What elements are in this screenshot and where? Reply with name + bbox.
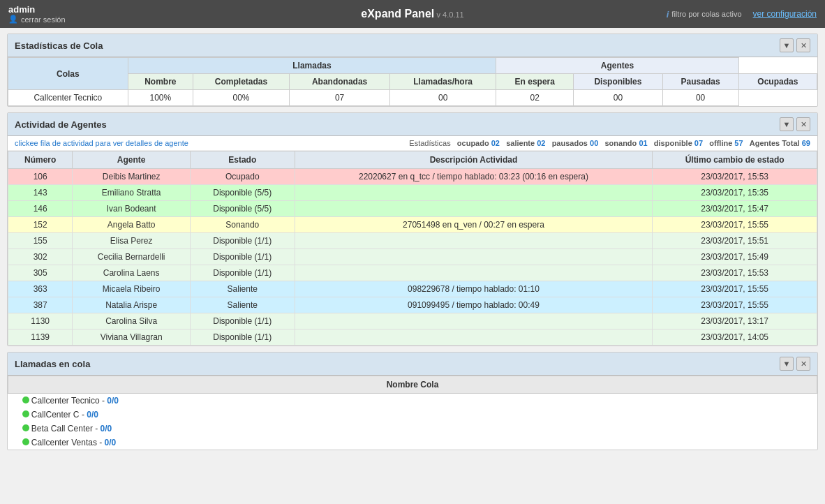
cell-estado: Saliente bbox=[190, 281, 295, 297]
col-descripcion: Descripción Actividad bbox=[295, 151, 653, 169]
col-estado: Estado bbox=[190, 151, 295, 169]
table-row[interactable]: 1130 Carolina Silva Disponible (1/1) 23/… bbox=[8, 313, 817, 329]
list-item[interactable]: CallCenter C - 0/0 bbox=[8, 408, 817, 422]
list-item[interactable]: Beta Call Center - 0/0 bbox=[8, 422, 817, 436]
cell-numero: 363 bbox=[8, 281, 73, 297]
header: admin 👤 cerrar sesión eXpand Panel v 4.0… bbox=[0, 0, 825, 28]
cell-estado: Ocupado bbox=[190, 169, 295, 185]
col-nombre: Nombre bbox=[128, 74, 193, 90]
cell-agente: Ivan Bodeant bbox=[73, 201, 191, 217]
username-label: admin bbox=[8, 4, 66, 15]
estadisticas-cola-header: Estadísticas de Cola ▼ ✕ bbox=[8, 34, 817, 57]
info-icon: i bbox=[667, 9, 669, 20]
actividad-agentes-title: Actividad de Agentes bbox=[15, 119, 107, 130]
estadisticas-cola-icons: ▼ ✕ bbox=[780, 38, 810, 52]
cell-estado: Disponible (5/5) bbox=[190, 201, 295, 217]
queue-name-label: Beta Call Center bbox=[31, 424, 93, 433]
cell-agente: Natalia Arispe bbox=[73, 297, 191, 313]
close-icon-btn[interactable]: ✕ bbox=[796, 38, 810, 52]
col-ocupadas: Ocupadas bbox=[738, 74, 817, 90]
llamadas-cola-icons: ▼ ✕ bbox=[780, 357, 810, 371]
table-row[interactable]: 106 Deibis Martinez Ocupado 22020627 en … bbox=[8, 169, 817, 185]
cell-ultimo-cambio: 23/03/2017, 13:17 bbox=[653, 313, 817, 329]
config-link[interactable]: ver configuración bbox=[753, 9, 817, 19]
cell-descripcion: 22020627 en q_tcc / tiempo hablado: 03:2… bbox=[295, 169, 653, 185]
col-llamadas-hora: Llamadas/hora bbox=[390, 74, 496, 90]
actividad-agentes-header: Actividad de Agentes ▼ ✕ bbox=[8, 113, 817, 136]
llamadas-cola-title: Llamadas en cola bbox=[15, 359, 90, 369]
cell-ultimo-cambio: 23/03/2017, 15:55 bbox=[653, 281, 817, 297]
llamadas-cola-header: Llamadas en cola ▼ ✕ bbox=[8, 353, 817, 376]
cell-disponibles: 02 bbox=[496, 90, 574, 106]
col-numero: Número bbox=[8, 151, 73, 169]
table-row[interactable]: 146 Ivan Bodeant Disponible (5/5) 23/03/… bbox=[8, 201, 817, 217]
cell-numero: 1130 bbox=[8, 313, 73, 329]
queue-status-dot bbox=[22, 410, 29, 417]
estadisticas-cola-table: Colas Llamadas Agentes Nombre Completada… bbox=[8, 57, 817, 106]
header-right: i filtro por colas activo ver configurac… bbox=[667, 9, 817, 20]
table-row[interactable]: 143 Emiliano Stratta Disponible (5/5) 23… bbox=[8, 185, 817, 201]
cell-agente: Emiliano Stratta bbox=[73, 185, 191, 201]
cell-ultimo-cambio: 23/03/2017, 15:49 bbox=[653, 249, 817, 265]
cell-ultimo-cambio: 23/03/2017, 14:05 bbox=[653, 329, 817, 346]
cell-estado: Disponible (1/1) bbox=[190, 313, 295, 329]
cell-en-espera: 00 bbox=[390, 90, 496, 106]
estadisticas-cola-panel: Estadísticas de Cola ▼ ✕ Colas Llamadas … bbox=[7, 34, 818, 107]
close-icon-btn-2[interactable]: ✕ bbox=[796, 117, 810, 131]
queue-name-label: Callcenter Tecnico bbox=[31, 396, 100, 406]
cell-descripcion bbox=[295, 201, 653, 217]
cell-agente: Cecilia Bernardelli bbox=[73, 249, 191, 265]
cell-ultimo-cambio: 23/03/2017, 15:53 bbox=[653, 169, 817, 185]
queue-status-dot bbox=[22, 424, 29, 431]
cell-descripcion bbox=[295, 329, 653, 346]
cell-ultimo-cambio: 23/03/2017, 15:55 bbox=[653, 297, 817, 313]
table-row[interactable]: 363 Micaela Ribeiro Saliente 098229678 /… bbox=[8, 281, 817, 297]
cell-ultimo-cambio: 23/03/2017, 15:53 bbox=[653, 265, 817, 281]
cell-completadas: 100% bbox=[128, 90, 193, 106]
col-ultimo-cambio: Último cambio de estado bbox=[653, 151, 817, 169]
list-item[interactable]: Callcenter Tecnico - 0/0 bbox=[8, 394, 817, 408]
actividad-agentes-panel: Actividad de Agentes ▼ ✕ clickee fila de… bbox=[7, 112, 818, 346]
col-agentes: Agentes bbox=[496, 58, 739, 74]
table-row[interactable]: 155 Elisa Perez Disponible (1/1) 23/03/2… bbox=[8, 233, 817, 249]
cell-numero: 1139 bbox=[8, 329, 73, 346]
header-center: eXpand Panel v 4.0.11 bbox=[361, 8, 463, 20]
col-nombre-cola: Nombre Cola bbox=[8, 376, 817, 394]
table-row[interactable]: 305 Carolina Laens Disponible (1/1) 23/0… bbox=[8, 265, 817, 281]
cell-agente: Elisa Perez bbox=[73, 233, 191, 249]
logout-button[interactable]: 👤 cerrar sesión bbox=[8, 15, 66, 24]
table-row[interactable]: 387 Natalia Arispe Saliente 091099495 / … bbox=[8, 297, 817, 313]
cell-agente: Viviana Villagran bbox=[73, 329, 191, 346]
filter-icon-btn-3[interactable]: ▼ bbox=[780, 357, 794, 371]
cell-numero: 146 bbox=[8, 201, 73, 217]
col-en-espera: En espera bbox=[496, 74, 574, 90]
table-row[interactable]: Callcenter Tecnico 100% 00% 07 00 02 00 … bbox=[8, 90, 817, 106]
cell-descripcion bbox=[295, 265, 653, 281]
cell-descripcion bbox=[295, 185, 653, 201]
filter-icon-btn[interactable]: ▼ bbox=[780, 38, 794, 52]
col-agente: Agente bbox=[73, 151, 191, 169]
activity-click-note[interactable]: clickee fila de actividad para ver detal… bbox=[15, 139, 188, 147]
table-row[interactable]: 152 Angela Batto Sonando 27051498 en q_v… bbox=[8, 217, 817, 233]
queue-row-cell: Beta Call Center - 0/0 bbox=[8, 422, 817, 436]
table-row[interactable]: 1139 Viviana Villagran Disponible (1/1) … bbox=[8, 329, 817, 346]
cell-descripcion: 091099495 / tiempo hablado: 00:49 bbox=[295, 297, 653, 313]
cell-ocupadas: 00 bbox=[662, 90, 738, 106]
cell-llamadas-hora: 07 bbox=[290, 90, 390, 106]
col-abandonadas: Abandonadas bbox=[290, 74, 390, 90]
cell-estado: Disponible (1/1) bbox=[190, 233, 295, 249]
filter-icon-btn-2[interactable]: ▼ bbox=[780, 117, 794, 131]
close-icon-btn-3[interactable]: ✕ bbox=[796, 357, 810, 371]
cell-estado: Disponible (1/1) bbox=[190, 249, 295, 265]
activity-stats-bar: clickee fila de actividad para ver detal… bbox=[8, 136, 817, 151]
queue-name-label: Callcenter Ventas bbox=[31, 438, 97, 447]
cell-numero: 387 bbox=[8, 297, 73, 313]
cell-estado: Saliente bbox=[190, 297, 295, 313]
queue-value-label: 0/0 bbox=[101, 424, 112, 433]
cell-agente: Carolina Silva bbox=[73, 313, 191, 329]
table-row[interactable]: 302 Cecilia Bernardelli Disponible (1/1)… bbox=[8, 249, 817, 265]
list-item[interactable]: Callcenter Ventas - 0/0 bbox=[8, 436, 817, 450]
cell-descripcion: 098229678 / tiempo hablado: 01:10 bbox=[295, 281, 653, 297]
queue-row-cell: Callcenter Tecnico - 0/0 bbox=[8, 394, 817, 408]
queue-value-label: 0/0 bbox=[87, 410, 98, 420]
